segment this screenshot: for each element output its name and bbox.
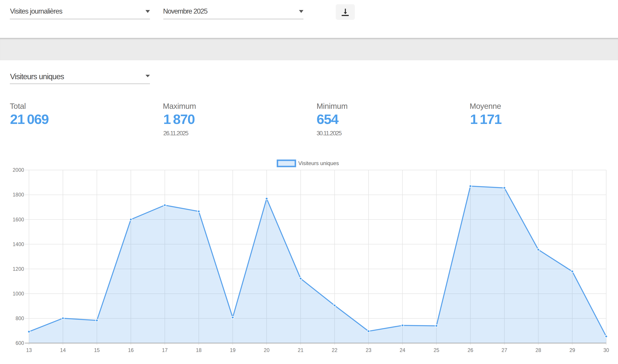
svg-text:Visiteurs uniques: Visiteurs uniques (298, 160, 339, 166)
svg-text:800: 800 (16, 315, 24, 321)
svg-text:21: 21 (298, 347, 304, 353)
svg-text:15: 15 (94, 347, 100, 353)
svg-text:1000: 1000 (13, 291, 24, 297)
svg-text:2000: 2000 (13, 167, 24, 173)
svg-text:27: 27 (501, 347, 507, 353)
svg-text:1200: 1200 (13, 266, 24, 272)
svg-text:1400: 1400 (13, 241, 24, 247)
svg-text:13: 13 (26, 347, 32, 353)
svg-text:18: 18 (196, 347, 202, 353)
svg-text:1600: 1600 (13, 217, 24, 222)
svg-text:22: 22 (332, 347, 338, 353)
svg-text:20: 20 (264, 347, 270, 353)
svg-text:14: 14 (60, 347, 66, 353)
svg-text:26: 26 (468, 347, 473, 353)
svg-text:23: 23 (366, 347, 371, 353)
svg-text:28: 28 (536, 347, 541, 353)
svg-text:16: 16 (128, 347, 134, 353)
svg-text:29: 29 (569, 347, 575, 353)
svg-text:17: 17 (162, 347, 168, 353)
svg-text:30: 30 (603, 347, 609, 353)
svg-text:19: 19 (230, 347, 236, 353)
svg-text:1800: 1800 (13, 192, 24, 197)
svg-text:25: 25 (434, 347, 439, 353)
svg-text:600: 600 (16, 340, 24, 346)
svg-text:24: 24 (400, 347, 405, 353)
